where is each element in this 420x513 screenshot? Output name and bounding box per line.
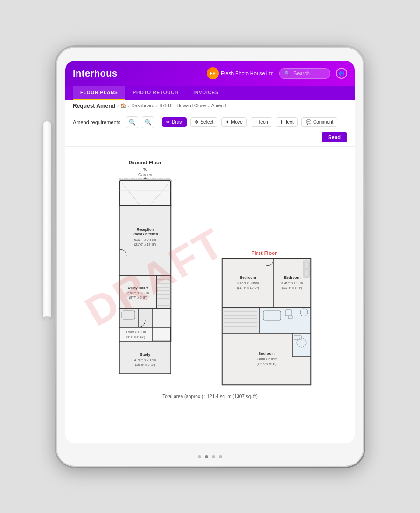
- svg-text:(11' 4" x 11' 0"): (11' 4" x 11' 0"): [237, 286, 259, 290]
- comment-icon: 💬: [306, 119, 311, 125]
- language-icon[interactable]: 🌐: [336, 68, 347, 79]
- breadcrumb-dashboard: Dashboard: [132, 103, 154, 108]
- svg-text:(21' 6" x 17' 8"): (21' 6" x 17' 8"): [134, 243, 156, 246]
- tab-photo-retouch[interactable]: PHOTO RETOUCH: [125, 86, 186, 100]
- draw-icon: ✏: [166, 119, 170, 125]
- tablet: Interhous FP Fresh Photo House Ltd 🔍 Sea…: [56, 47, 364, 467]
- svg-rect-30: [119, 327, 152, 341]
- svg-text:2.92m x 3.03m: 2.92m x 3.03m: [127, 291, 149, 295]
- svg-text:1.98m x 1.80m: 1.98m x 1.80m: [126, 330, 146, 334]
- svg-text:(11' 5" x 9' 4"): (11' 5" x 9' 4"): [256, 362, 276, 366]
- breadcrumb-home-icon: 🏠: [120, 103, 126, 108]
- move-tool[interactable]: ✦ Move: [221, 117, 246, 127]
- text-tool[interactable]: T Text: [276, 117, 297, 127]
- apple-pencil: [43, 121, 51, 317]
- breadcrumb-bar: Request Amend › 🏠 › Dashboard › 87516 - …: [65, 100, 355, 112]
- tablet-dots: [198, 455, 222, 458]
- app-logo: Interhous: [73, 68, 118, 79]
- toolbar: Amend requirements 🔍 🔍 ✏ Draw ✥ Select ✦…: [65, 112, 355, 147]
- floorplan-container: DRAFT Ground Floor To Garden: [73, 156, 347, 399]
- breadcrumb-property: 87516 - Howard Close: [160, 103, 206, 108]
- svg-text:(6' 6" x 5' 11"): (6' 6" x 5' 11"): [126, 335, 145, 339]
- breadcrumb-sep1: ›: [117, 103, 119, 108]
- toolbar-zoom-in[interactable]: 🔍: [142, 116, 154, 128]
- svg-rect-17: [157, 276, 171, 309]
- select-icon: ✥: [195, 119, 198, 125]
- svg-text:Bedroom: Bedroom: [258, 351, 274, 356]
- text-icon: T: [280, 119, 283, 125]
- svg-text:Utility Room: Utility Room: [128, 286, 148, 290]
- move-icon: ✦: [225, 119, 229, 125]
- svg-text:3.45m x 1.93m: 3.45m x 1.93m: [281, 281, 303, 285]
- svg-text:Study: Study: [140, 352, 151, 357]
- tabs-bar: FLOOR PLANS PHOTO RETOUCH INVOICES: [65, 86, 355, 100]
- header-company: FP Fresh Photo House Ltd: [207, 67, 273, 79]
- app-header: Interhous FP Fresh Photo House Ltd 🔍 Sea…: [65, 61, 355, 86]
- svg-text:To: To: [143, 167, 147, 172]
- canvas-area[interactable]: DRAFT Ground Floor To Garden: [65, 147, 355, 443]
- toolbar-divider: [158, 118, 158, 127]
- company-avatar: FP: [207, 67, 219, 79]
- svg-text:3.45m x 3.35m: 3.45m x 3.35m: [237, 281, 259, 285]
- dot-2: [205, 455, 208, 458]
- svg-text:Reception: Reception: [137, 227, 154, 232]
- scene: Interhous FP Fresh Photo House Ltd 🔍 Sea…: [0, 0, 420, 513]
- svg-text:Bedroom: Bedroom: [284, 275, 300, 280]
- svg-text:(9' 7" x 6' 8"): (9' 7" x 6' 8"): [129, 296, 147, 300]
- icon-tool[interactable]: + Icon: [251, 117, 273, 127]
- icon-tool-icon: +: [255, 119, 258, 125]
- toolbar-zoom-out[interactable]: 🔍: [126, 116, 138, 128]
- first-floor-label: First Floor: [252, 250, 277, 256]
- toolbar-label: Amend requirements: [73, 119, 120, 125]
- screen: Interhous FP Fresh Photo House Ltd 🔍 Sea…: [65, 61, 355, 443]
- total-area: Total area (approx.) : 121.4 sq. m (1307…: [73, 394, 347, 399]
- svg-rect-3: [119, 180, 171, 206]
- svg-text:Garden: Garden: [138, 172, 152, 177]
- svg-text:3.48m x 2.85m: 3.48m x 2.85m: [256, 358, 277, 361]
- comment-tool[interactable]: 💬 Comment: [301, 117, 337, 127]
- svg-text:6.55m x 5.39m: 6.55m x 5.39m: [134, 238, 156, 241]
- svg-rect-29: [152, 309, 171, 327]
- select-tool[interactable]: ✥ Select: [190, 117, 217, 127]
- svg-text:Bedroom: Bedroom: [239, 275, 256, 280]
- dot-4: [219, 455, 222, 458]
- svg-rect-33: [119, 341, 171, 374]
- tab-floor-plans[interactable]: FLOOR PLANS: [73, 86, 125, 100]
- send-button[interactable]: Send: [322, 132, 347, 142]
- dot-1: [198, 455, 201, 458]
- search-icon: 🔍: [284, 70, 291, 77]
- draw-tool[interactable]: ✏ Draw: [162, 117, 187, 127]
- ground-floor-label: Ground Floor: [129, 160, 162, 165]
- search-box[interactable]: 🔍 Search...: [279, 68, 330, 79]
- floorplan-svg: Ground Floor To Garden: [73, 156, 348, 389]
- search-placeholder: Search...: [294, 70, 314, 76]
- svg-text:Room / Kitchen: Room / Kitchen: [132, 232, 158, 236]
- page-title: Request Amend: [73, 103, 115, 109]
- svg-text:(15' 8" x 7' 1"): (15' 8" x 7' 1"): [135, 363, 155, 367]
- breadcrumb-amend: Amend: [211, 103, 226, 108]
- svg-text:(11' 4" x 6' 4"): (11' 4" x 6' 4"): [282, 286, 302, 290]
- svg-rect-28: [138, 309, 152, 327]
- tab-invoices[interactable]: INVOICES: [186, 86, 226, 100]
- svg-text:4.78m x 2.16m: 4.78m x 2.16m: [134, 358, 156, 362]
- dot-3: [212, 455, 215, 458]
